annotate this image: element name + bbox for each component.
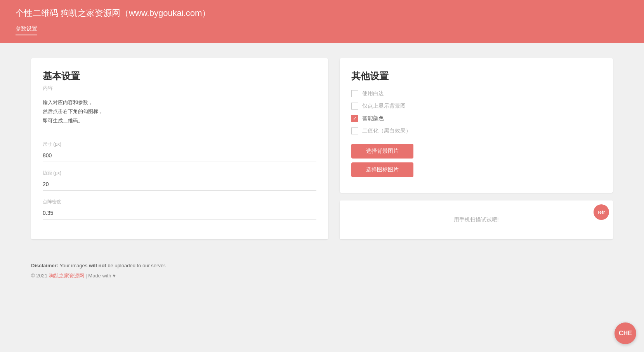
size-input[interactable] (43, 151, 316, 162)
checkbox-group: 使用白边 仅点上显示背景图 智能颜色 二值化（黑白效果） (351, 90, 602, 134)
checkbox-white-border[interactable]: 使用白边 (351, 90, 602, 97)
preview-card: refr 用手机扫描试试吧! (340, 200, 613, 239)
basic-settings-subtitle: 内容 (43, 85, 316, 92)
select-icon-button[interactable]: 选择图标图片 (351, 162, 413, 177)
nav-item-settings[interactable]: 参数设置 (16, 25, 37, 35)
checkbox-bg-only-label: 仅点上显示背景图 (362, 103, 406, 110)
basic-settings-title: 基本设置 (43, 70, 316, 82)
refresh-button[interactable]: refr (594, 204, 609, 220)
disclaimer-bold: will not (89, 263, 106, 268)
footer-copyright: © 2021 狗凯之家资源网 | Made with ♥ (31, 272, 613, 279)
main-content: 基本设置 内容 输入对应内容和参数，然后点击右下角的勾图标，即可生成二维码。 尺… (0, 43, 644, 255)
checkbox-smart-color[interactable]: 智能颜色 (351, 115, 602, 122)
che-badge[interactable]: CHE (614, 322, 636, 344)
checkbox-white-border-box[interactable] (351, 90, 358, 97)
checkbox-binarize-label: 二值化（黑白效果） (362, 127, 411, 134)
footer-link[interactable]: 狗凯之家资源网 (49, 273, 84, 279)
checkbox-bg-only-box[interactable] (351, 103, 358, 110)
checkbox-bg-only[interactable]: 仅点上显示背景图 (351, 103, 602, 110)
right-column: 其他设置 使用白边 仅点上显示背景图 智能颜色 二值化（黑白效果） (340, 58, 613, 239)
header-nav: 参数设置 (16, 25, 628, 35)
margin-group: 边距 (px) (43, 170, 316, 191)
checkbox-smart-color-box[interactable] (351, 115, 358, 122)
basic-settings-card: 基本设置 内容 输入对应内容和参数，然后点击右下角的勾图标，即可生成二维码。 尺… (31, 58, 328, 239)
other-settings-title: 其他设置 (351, 70, 602, 82)
select-background-button[interactable]: 选择背景图片 (351, 144, 413, 159)
header: 个性二维码 狗凯之家资源网（www.bygoukai.com） 参数设置 (0, 0, 644, 43)
margin-input[interactable] (43, 179, 316, 191)
size-group: 尺寸 (px) (43, 141, 316, 162)
margin-label: 边距 (px) (43, 170, 316, 176)
size-label: 尺寸 (px) (43, 141, 316, 148)
preview-text: 用手机扫描试试吧! (454, 216, 499, 223)
density-label: 点阵密度 (43, 199, 316, 205)
disclaimer-suffix: be uploaded to our server. (108, 263, 166, 268)
header-title: 个性二维码 狗凯之家资源网（www.bygoukai.com） (16, 7, 628, 19)
density-input[interactable] (43, 208, 316, 220)
basic-settings-description: 输入对应内容和参数，然后点击右下角的勾图标，即可生成二维码。 (43, 98, 316, 125)
disclaimer-label: Disclaimer: (31, 263, 58, 268)
footer-disclaimer: Disclaimer: Your images will not be uplo… (31, 263, 613, 268)
checkbox-binarize-box[interactable] (351, 127, 358, 134)
checkbox-binarize[interactable]: 二值化（黑白效果） (351, 127, 602, 134)
checkbox-white-border-label: 使用白边 (362, 90, 384, 97)
checkbox-smart-color-label: 智能颜色 (362, 115, 384, 122)
other-settings-card: 其他设置 使用白边 仅点上显示背景图 智能颜色 二值化（黑白效果） (340, 58, 613, 193)
density-group: 点阵密度 (43, 199, 316, 220)
footer: Disclaimer: Your images will not be uplo… (0, 255, 644, 287)
disclaimer-text: Your images (59, 263, 89, 268)
